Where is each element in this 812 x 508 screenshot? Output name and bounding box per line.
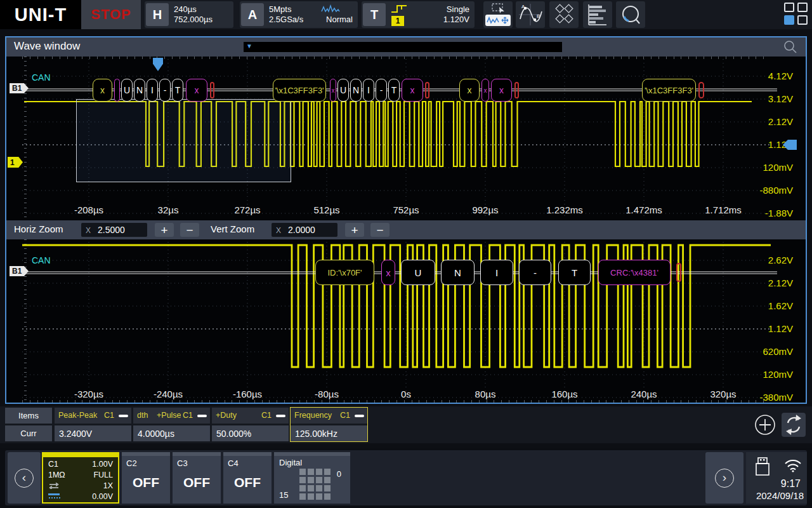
- voltage-label: 1.12V: [768, 323, 793, 335]
- decode-bubble: T: [388, 79, 400, 102]
- decode-bubble: U: [121, 79, 133, 102]
- channel1-scale: 1.00V: [92, 460, 113, 469]
- measure-value: 50.000%: [212, 425, 289, 441]
- run-stop-indicator[interactable]: STOP: [81, 0, 141, 29]
- trigger-source-badge: 1: [391, 16, 404, 26]
- measure-cell-header: dth+PulseC1: [133, 408, 210, 424]
- channel-bar-prev-button[interactable]: ‹: [8, 452, 41, 504]
- voltage-label: 120mV: [763, 369, 793, 380]
- measure-cell-dth[interactable]: dth+PulseC14.0000µs: [133, 408, 210, 441]
- box-select-icon[interactable]: [491, 3, 506, 14]
- digital-channel-square: [324, 477, 331, 483]
- acquire-waveform-icon: [321, 4, 340, 14]
- measure-curr-label[interactable]: Curr: [5, 425, 52, 441]
- remove-measure-dash-icon[interactable]: [355, 415, 364, 417]
- digital-channel-square: [299, 477, 306, 483]
- protocol-label: CAN: [32, 255, 51, 265]
- horizontal-block[interactable]: H 240µs 752.000µs: [145, 1, 233, 28]
- decode-bubble: N: [134, 79, 145, 102]
- voltage-label: 1.62V: [768, 300, 793, 312]
- main-waveform-plot[interactable]: xUNI-Tx'\x1C3FF3F3'xUNI-Txxxx'\x1C3FF3F3…: [6, 57, 806, 220]
- time-label: -160µs: [233, 389, 262, 399]
- channel-card-c4[interactable]: C4OFF: [223, 452, 272, 504]
- digital-channel-square: [308, 477, 314, 483]
- trigger-block[interactable]: T 1 Single 1.120V: [362, 1, 475, 28]
- vert-zoom-prefix: X: [276, 226, 281, 235]
- top-status-bar: UNI-T STOP H 240µs 752.000µs A 5Mpts 2.5…: [0, 0, 812, 29]
- measure-value: 125.00kHz: [291, 425, 367, 441]
- channel-bar-next-button[interactable]: ›: [705, 452, 743, 504]
- cursor-ab-tool[interactable]: A B: [516, 1, 545, 28]
- refresh-measurements-button[interactable]: [782, 413, 806, 437]
- decode-bubble: N: [441, 260, 475, 285]
- decode-bubble: -: [519, 260, 551, 285]
- memory-depth-value: 5Mpts: [269, 4, 291, 14]
- horiz-zoom-plus-button[interactable]: +: [155, 223, 174, 237]
- measure-rulers-icon: [551, 3, 577, 27]
- measure-name: +Duty: [216, 411, 237, 420]
- voltage-label: 2.62V: [768, 255, 793, 266]
- channel-card-c3[interactable]: C3OFF: [173, 452, 221, 504]
- trigger-key[interactable]: T: [363, 3, 386, 26]
- digital-channel-square: [299, 485, 306, 491]
- time-label: 1.712ms: [705, 204, 742, 215]
- voltage-label: -380mV: [759, 392, 793, 403]
- vert-zoom-input[interactable]: X 2.0000: [272, 223, 337, 237]
- horiz-zoom-input[interactable]: X 2.5000: [81, 223, 147, 237]
- horizontal-delay-value: 752.000µs: [174, 15, 213, 24]
- remove-measure-dash-icon[interactable]: [276, 415, 285, 417]
- add-measurement-icon[interactable]: [754, 413, 776, 436]
- decode-bubble: U: [401, 260, 435, 285]
- acquire-key[interactable]: A: [241, 3, 264, 26]
- measure-source: C1: [340, 411, 350, 420]
- system-status-panel: 9:17 2024/09/18: [746, 452, 807, 504]
- channel1-bandwidth: FULL: [93, 471, 113, 479]
- usb-device-icon: [754, 457, 771, 477]
- remove-measure-dash-icon[interactable]: [119, 415, 128, 417]
- time-label: 80µs: [475, 389, 496, 399]
- waveform-drag-tool-selected[interactable]: [485, 15, 511, 26]
- channel-name: C4: [228, 458, 239, 468]
- chevron-down-icon: [246, 43, 252, 50]
- horiz-zoom-value: 2.5000: [98, 225, 125, 235]
- measure-cell-frequency[interactable]: FrequencyC1125.00kHz: [291, 408, 367, 441]
- measure-cell--duty[interactable]: +DutyC150.000%: [212, 408, 289, 441]
- voltage-label: 120mV: [763, 162, 793, 173]
- acquire-block[interactable]: A 5Mpts 2.5GSa/s Normal: [240, 1, 358, 28]
- channel1-card[interactable]: C1 1.00V 1MΩ FULL 1X 0.00V: [42, 452, 119, 504]
- measure-tool[interactable]: [549, 1, 579, 28]
- zoom-region-selection[interactable]: [76, 99, 291, 182]
- wave-window-dropdown[interactable]: [244, 42, 562, 52]
- measure-source: C1: [183, 411, 193, 420]
- vert-zoom-minus-button[interactable]: −: [370, 223, 390, 237]
- digital-channel-square: [324, 469, 331, 475]
- digital-channel-square: [316, 493, 322, 500]
- channel-bar: ‹ C1 1.00V 1MΩ FULL 1X: [0, 448, 812, 508]
- digital-channels-card[interactable]: Digital 0 15: [274, 452, 350, 504]
- horizontal-key[interactable]: H: [146, 3, 169, 26]
- remove-measure-dash-icon[interactable]: [197, 415, 207, 417]
- measure-items-block[interactable]: Items Curr: [5, 408, 52, 443]
- voltage-label: 3.12V: [768, 93, 793, 105]
- window-layout-icon[interactable]: [784, 3, 809, 27]
- coupling-icon: [48, 483, 60, 489]
- channel-card-c2[interactable]: C2OFF: [122, 452, 170, 504]
- search-tool[interactable]: [616, 1, 645, 28]
- histogram-tool[interactable]: [583, 1, 612, 28]
- time-label: 752µs: [393, 204, 419, 215]
- zoomed-waveform-plot[interactable]: ID:'\x70F'xUNI-TCRC:'\x4381'2.62V2.12V1.…: [6, 239, 806, 403]
- decode-bubble: -: [376, 79, 387, 102]
- time-label: 160µs: [551, 389, 577, 399]
- measure-items-label[interactable]: Items: [5, 408, 52, 424]
- cursor-select-tool[interactable]: [483, 1, 513, 28]
- vert-zoom-plus-button[interactable]: +: [345, 223, 364, 237]
- horiz-zoom-minus-button[interactable]: −: [180, 223, 199, 237]
- timebase-value: 240µs: [174, 4, 197, 14]
- measure-cell-peak-peak[interactable]: Peak-PeakC13.2400V: [55, 408, 131, 441]
- window-magnifier-icon[interactable]: [783, 39, 798, 55]
- channel1-probe: 1X: [103, 481, 113, 490]
- measurement-bar: Items Curr Peak-PeakC13.2400Vdth+PulseC1…: [0, 406, 812, 443]
- search-magnifier-icon: [617, 2, 644, 27]
- chevron-left-icon: ‹: [15, 469, 34, 488]
- decode-bubble: [514, 82, 519, 98]
